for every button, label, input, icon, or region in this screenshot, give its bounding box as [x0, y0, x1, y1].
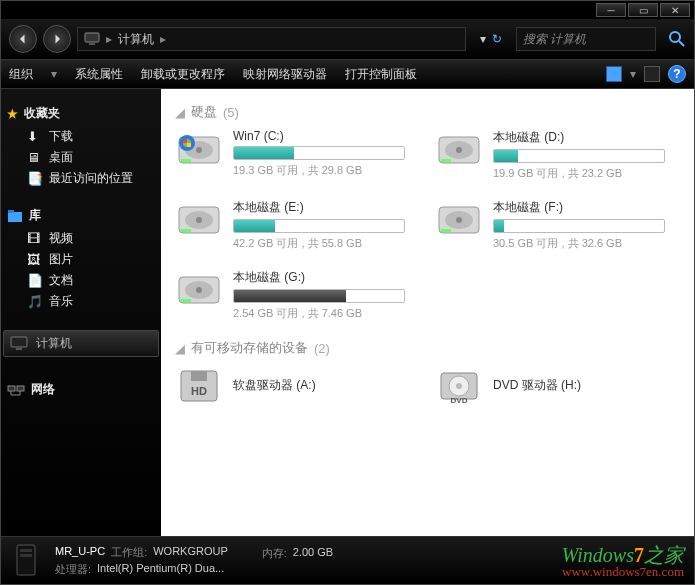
- sidebar-item-label: 视频: [49, 230, 73, 247]
- explorer-window: ─ ▭ ✕ ▸ 计算机 ▸ ▾ ↻ 搜索 计算机 组织▾: [0, 0, 695, 585]
- svg-rect-37: [191, 371, 207, 381]
- drive-item[interactable]: DVD DVD 驱动器 (H:): [435, 365, 665, 405]
- hdd-icon: [175, 129, 223, 169]
- forward-button[interactable]: [43, 25, 71, 53]
- libraries-label: 库: [29, 207, 41, 224]
- svg-rect-23: [441, 159, 451, 162]
- svg-rect-35: [181, 299, 191, 302]
- address-bar[interactable]: ▸ 计算机 ▸: [77, 27, 466, 51]
- sidebar-item-label: 桌面: [49, 149, 73, 166]
- maximize-button[interactable]: ▭: [628, 3, 658, 17]
- svg-rect-9: [17, 386, 24, 391]
- drive-name: Win7 (C:): [233, 129, 405, 143]
- svg-text:HD: HD: [191, 385, 207, 397]
- group-removable[interactable]: ◢ 有可移动存储的设备 (2): [175, 339, 680, 357]
- toolbar-controlpanel[interactable]: 打开控制面板: [345, 66, 417, 83]
- breadcrumb-root[interactable]: 计算机: [118, 31, 154, 48]
- svg-rect-44: [20, 549, 32, 552]
- drive-item[interactable]: 本地磁盘 (F:) 30.5 GB 可用 , 共 32.6 GB: [435, 199, 665, 251]
- sidebar-item-library[interactable]: 📄文档: [7, 270, 155, 291]
- svg-rect-31: [441, 229, 451, 232]
- sidebar-item-favorite[interactable]: 📑最近访问的位置: [7, 168, 155, 189]
- group-hdd[interactable]: ◢ 硬盘 (5): [175, 103, 680, 121]
- sidebar-item-computer[interactable]: 计算机: [3, 330, 159, 357]
- view-mode-icon[interactable]: [606, 66, 622, 82]
- desktop-icon: 🖥: [27, 150, 43, 165]
- drive-name: 本地磁盘 (F:): [493, 199, 665, 216]
- drive-item[interactable]: Win7 (C:) 19.3 GB 可用 , 共 29.8 GB: [175, 129, 405, 181]
- svg-rect-45: [20, 554, 32, 557]
- body: ★ 收藏夹 ⬇下载🖥桌面📑最近访问的位置 库 🎞视频🖼图片📄文档🎵音乐 计算机: [1, 89, 694, 536]
- removable-list: HD 软盘驱动器 (A:) DVD DVD 驱动器 (H:): [175, 365, 680, 405]
- svg-rect-19: [181, 159, 191, 162]
- svg-text:DVD: DVD: [451, 396, 468, 405]
- picture-icon: 🖼: [27, 252, 43, 267]
- drive-item[interactable]: HD 软盘驱动器 (A:): [175, 365, 405, 405]
- sidebar-item-library[interactable]: 🎵音乐: [7, 291, 155, 312]
- sidebar-favorites-head[interactable]: ★ 收藏夹: [7, 105, 155, 122]
- sidebar-item-label: 音乐: [49, 293, 73, 310]
- sidebar-libraries-head[interactable]: 库: [7, 207, 155, 224]
- drive-item[interactable]: 本地磁盘 (G:) 2.54 GB 可用 , 共 7.46 GB: [175, 269, 405, 321]
- drive-freespace: 30.5 GB 可用 , 共 32.6 GB: [493, 236, 665, 251]
- sidebar-item-label: 下载: [49, 128, 73, 145]
- drive-item[interactable]: 本地磁盘 (E:) 42.2 GB 可用 , 共 55.8 GB: [175, 199, 405, 251]
- drive-name: 本地磁盘 (G:): [233, 269, 405, 286]
- video-icon: 🎞: [27, 231, 43, 246]
- search-placeholder: 搜索 计算机: [523, 31, 586, 48]
- group-hdd-count: (5): [223, 105, 239, 120]
- preview-pane-icon[interactable]: [644, 66, 660, 82]
- drive-name: 软盘驱动器 (A:): [233, 377, 405, 394]
- status-mem-label: 内存:: [262, 546, 287, 561]
- status-workgroup-label: 工作组:: [111, 545, 147, 560]
- svg-rect-18: [187, 143, 191, 147]
- help-icon[interactable]: ?: [668, 65, 686, 83]
- toolbar-organize[interactable]: 组织: [9, 66, 33, 83]
- group-hdd-label: 硬盘: [191, 103, 217, 121]
- close-button[interactable]: ✕: [660, 3, 690, 17]
- network-icon: [7, 383, 25, 397]
- svg-rect-27: [181, 229, 191, 232]
- drive-list: Win7 (C:) 19.3 GB 可用 , 共 29.8 GB 本地磁盘 (D…: [175, 129, 680, 321]
- svg-point-34: [196, 287, 202, 293]
- sidebar-item-network[interactable]: 网络: [7, 381, 155, 398]
- svg-rect-17: [183, 139, 187, 143]
- collapse-icon: ◢: [175, 341, 185, 356]
- status-cpu: Intel(R) Pentium(R) Dua...: [97, 562, 224, 577]
- svg-rect-7: [16, 348, 22, 350]
- svg-point-30: [456, 217, 462, 223]
- dropdown-history-icon[interactable]: ▾: [480, 32, 486, 46]
- status-bar: MR_U-PC 工作组: WORKGROUP 处理器: Intel(R) Pen…: [1, 536, 694, 584]
- drive-name: 本地磁盘 (E:): [233, 199, 405, 216]
- titlebar: ─ ▭ ✕: [1, 1, 694, 19]
- refresh-icon[interactable]: ↻: [492, 32, 502, 46]
- svg-point-15: [196, 147, 202, 153]
- computer-label: 计算机: [36, 335, 72, 352]
- refresh-area: ▾ ↻: [480, 32, 502, 46]
- drive-item[interactable]: 本地磁盘 (D:) 19.9 GB 可用 , 共 23.2 GB: [435, 129, 665, 181]
- computer-icon: [11, 543, 41, 579]
- toolbar-mapdrive[interactable]: 映射网络驱动器: [243, 66, 327, 83]
- drive-freespace: 42.2 GB 可用 , 共 55.8 GB: [233, 236, 405, 251]
- drive-freespace: 19.9 GB 可用 , 共 23.2 GB: [493, 166, 665, 181]
- svg-line-3: [679, 41, 684, 46]
- star-icon: ★: [7, 107, 18, 121]
- svg-point-41: [456, 383, 462, 389]
- favorites-label: 收藏夹: [24, 105, 60, 122]
- search-box[interactable]: 搜索 计算机: [516, 27, 656, 51]
- back-button[interactable]: [9, 25, 37, 53]
- sidebar-item-library[interactable]: 🎞视频: [7, 228, 155, 249]
- sidebar: ★ 收藏夹 ⬇下载🖥桌面📑最近访问的位置 库 🎞视频🖼图片📄文档🎵音乐 计算机: [1, 89, 161, 536]
- toolbar-uninstall[interactable]: 卸载或更改程序: [141, 66, 225, 83]
- minimize-button[interactable]: ─: [596, 3, 626, 17]
- svg-rect-1: [89, 43, 95, 45]
- sidebar-item-library[interactable]: 🖼图片: [7, 249, 155, 270]
- group-removable-label: 有可移动存储的设备: [191, 339, 308, 357]
- status-cpu-label: 处理器:: [55, 562, 91, 577]
- sidebar-item-favorite[interactable]: 🖥桌面: [7, 147, 155, 168]
- search-icon[interactable]: [668, 30, 686, 48]
- toolbar-sysprops[interactable]: 系统属性: [75, 66, 123, 83]
- hdd-icon: [435, 199, 483, 239]
- sidebar-item-favorite[interactable]: ⬇下载: [7, 126, 155, 147]
- hdd-icon: [175, 199, 223, 239]
